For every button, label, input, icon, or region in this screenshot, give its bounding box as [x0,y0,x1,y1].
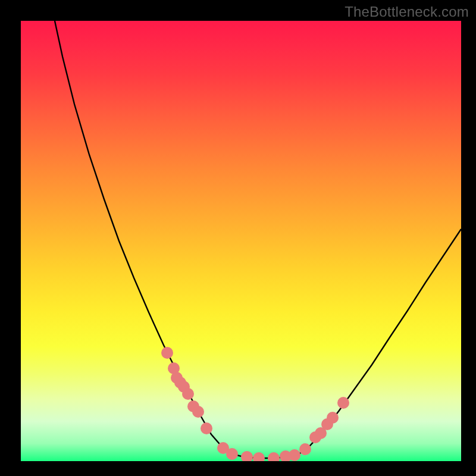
sample-point [241,451,253,461]
sample-point [289,449,300,461]
chart-svg [21,21,461,461]
sample-point [299,443,311,455]
sample-point [327,412,339,424]
sample-point [226,448,238,460]
chart-plot-area [21,21,461,461]
sample-point [182,388,194,400]
sample-points-group [161,347,349,461]
sample-point [161,347,173,359]
sample-point [201,422,212,434]
watermark-text: TheBottleneck.com [345,4,469,20]
sample-point [253,452,265,461]
sample-point [268,452,280,461]
sample-point [337,397,349,409]
sample-point [192,406,204,418]
bottleneck-curve [55,21,461,458]
